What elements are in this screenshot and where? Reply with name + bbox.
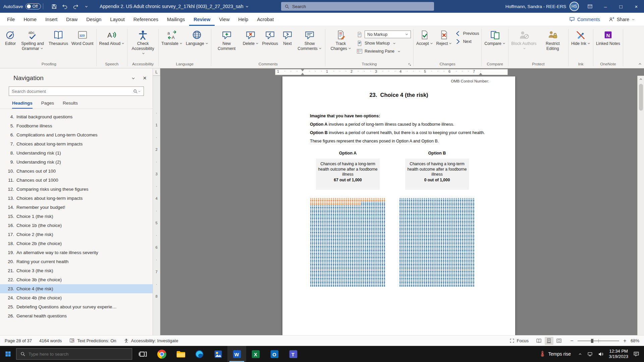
accessibility-status[interactable]: Accessibility: Investigate	[124, 338, 178, 343]
first-line-indent-marker[interactable]	[301, 69, 304, 71]
ribbon-button-track-changes[interactable]: Track Changes	[326, 27, 355, 52]
nav-tab-results[interactable]: Results	[63, 101, 78, 109]
document-page[interactable]: OMB Control Number: 23. Choice 4 (the ri…	[282, 76, 515, 335]
redo-button[interactable]	[71, 2, 80, 11]
ruler-horizontal[interactable]: 12345671·························	[160, 68, 644, 76]
chevron-down-icon[interactable]	[138, 90, 141, 93]
nav-heading-item[interactable]: 9.Understanding risk (2)	[0, 158, 153, 167]
maximize-button[interactable]: □	[613, 0, 629, 13]
taskbar-search-input[interactable]	[29, 352, 128, 357]
share-button[interactable]: Share	[605, 15, 639, 24]
ribbon-button-hide-ink[interactable]: Hide Ink	[570, 27, 592, 47]
nav-heading-item[interactable]: 10.Chances out of 100	[0, 167, 153, 176]
taskbar-app-excel[interactable]: X	[246, 346, 265, 362]
tab-review[interactable]: Review	[189, 13, 215, 26]
tab-help[interactable]: Help	[234, 13, 253, 26]
ribbon-button-editor[interactable]: Editor	[3, 27, 18, 47]
nav-heading-item[interactable]: 20.Rating your current health	[0, 257, 153, 266]
zoom-in-button[interactable]: +	[623, 338, 627, 344]
ribbon-button-language[interactable]: Language	[184, 27, 210, 47]
nav-search-input[interactable]	[12, 89, 133, 94]
nav-heading-item[interactable]: 4.Initial background questions	[0, 112, 153, 121]
titlebar-search[interactable]: Search	[281, 2, 434, 11]
nav-heading-item[interactable]: 12.Comparing risks using these figures	[0, 185, 153, 194]
proofing-status[interactable]: Text Predictions: On	[69, 338, 116, 344]
ribbon-small-show-markup[interactable]: Show Markup	[357, 40, 411, 46]
hanging-indent-marker[interactable]	[301, 73, 304, 75]
ruler-vertical[interactable]: 1·2·3·4·5·6·7·8·	[153, 76, 160, 335]
action-center-icon[interactable]	[633, 351, 639, 357]
taskbar-app-task-view[interactable]	[133, 346, 152, 362]
ribbon-button-read-aloud[interactable]: ARead Aloud	[98, 27, 126, 47]
taskbar-app-word[interactable]: W	[227, 346, 246, 362]
print-layout-button[interactable]	[545, 337, 553, 345]
ribbon-display-options-button[interactable]	[582, 0, 598, 13]
undo-button[interactable]	[60, 2, 69, 11]
zoom-slider[interactable]	[578, 341, 619, 341]
taskbar-app-outlook[interactable]: O	[265, 346, 284, 362]
ribbon-button-reject[interactable]: Reject	[435, 27, 454, 47]
tab-home[interactable]: Home	[19, 13, 41, 26]
show-hidden-icons-chevron-icon[interactable]	[578, 352, 582, 356]
zoom-out-button[interactable]: −	[570, 338, 574, 344]
avatar[interactable]: HS	[570, 2, 579, 11]
tab-stop-selector[interactable]: L	[153, 68, 160, 76]
autosave-switch[interactable]: Off	[25, 3, 41, 9]
ribbon-button-accept[interactable]: Accept	[415, 27, 435, 47]
network-icon[interactable]	[587, 351, 593, 357]
nav-heading-item[interactable]: 25.Debriefing Questions about your surve…	[0, 302, 153, 311]
right-indent-marker[interactable]	[479, 73, 482, 75]
ribbon-button-spelling-and-grammar[interactable]: abcSpelling and Grammar	[18, 27, 47, 52]
ribbon-button-previous[interactable]: Previous	[260, 27, 280, 47]
weather-widget[interactable]: Temps rise	[537, 346, 573, 362]
nav-heading-item[interactable]: 15.Choice 1 (the risk)	[0, 212, 153, 221]
web-layout-button[interactable]	[555, 337, 564, 345]
tab-draw[interactable]: Draw	[62, 13, 82, 26]
ribbon-button-linked-notes[interactable]: NLinked Notes	[594, 27, 622, 47]
comments-button[interactable]: Comments	[566, 15, 604, 24]
start-button[interactable]	[0, 346, 16, 362]
nav-heading-item[interactable]: 21.Choice 3 (the risk)	[0, 266, 153, 275]
save-button[interactable]	[49, 2, 59, 11]
markup-combo[interactable]: No Markup	[365, 31, 411, 38]
nav-heading-item[interactable]: 22.Choice 3b (the choice)	[0, 275, 153, 284]
tab-references[interactable]: References	[129, 13, 163, 26]
user-name[interactable]: Hoffmann, Sandra - REE-ERS	[505, 4, 566, 9]
ribbon-button-compare[interactable]: Compare	[483, 27, 507, 47]
ribbon-button-show-comments[interactable]: Show Comments	[295, 27, 324, 52]
nav-tab-pages[interactable]: Pages	[41, 101, 54, 109]
nav-heading-item[interactable]: 26.General health questions	[0, 311, 153, 320]
word-count-indicator[interactable]: 4164 words	[39, 338, 62, 343]
search-icon[interactable]	[133, 89, 138, 94]
ribbon-small-no-markup[interactable]: No Markup	[357, 31, 411, 38]
ribbon-small-previous[interactable]: Previous	[455, 31, 479, 37]
minimize-button[interactable]: –	[598, 0, 613, 13]
nav-heading-item[interactable]: 19.An alternative way to rate illness se…	[0, 248, 153, 257]
ribbon-button-next[interactable]: Next	[280, 27, 295, 47]
scrollbar-thumb[interactable]	[639, 84, 643, 111]
tab-view[interactable]: View	[215, 13, 234, 26]
ribbon-button-translate[interactable]: aATranslate	[160, 27, 184, 47]
nav-heading-item[interactable]: 8.Understanding risk (1)	[0, 148, 153, 158]
page-indicator[interactable]: Page 28 of 37	[5, 338, 32, 343]
nav-heading-item-selected[interactable]: 23.Choice 4 (the risk)	[0, 284, 153, 293]
close-button[interactable]: ×	[629, 0, 644, 13]
taskbar-search[interactable]	[16, 348, 132, 360]
ribbon-button-delete[interactable]: Delete	[241, 27, 261, 47]
nav-heading-item[interactable]: 17.Choice 2 (the risk)	[0, 230, 153, 239]
ribbon-button-thesaurus[interactable]: Thesaurus	[47, 27, 70, 47]
zoom-level-text[interactable]: 68%	[631, 338, 639, 343]
taskbar-clock[interactable]: 12:34 PM 3/19/2023	[609, 349, 628, 359]
nav-heading-item[interactable]: 6.Complications and Long-term Outcomes	[0, 130, 153, 139]
nav-heading-item[interactable]: 13.Choices about long-term impacts	[0, 194, 153, 203]
ribbon-button-block-authors[interactable]: Block Authors	[509, 27, 538, 52]
nav-search-box[interactable]	[9, 86, 144, 96]
taskbar-app-edge[interactable]	[190, 346, 209, 362]
autosave-toggle[interactable]: AutoSave Off	[3, 3, 41, 9]
ribbon-button-new-comment[interactable]: New Comment	[212, 27, 241, 52]
customize-qat-button[interactable]	[82, 2, 91, 11]
taskbar-app-teams[interactable]: T	[284, 346, 303, 362]
nav-heading-item[interactable]: 24.Choice 4b (the choice)	[0, 293, 153, 302]
document-title[interactable]: Appendix 2. US Adult chronic survey_2_17…	[100, 4, 249, 9]
nav-heading-item[interactable]: 18.Choice 2b (the choice)	[0, 239, 153, 248]
